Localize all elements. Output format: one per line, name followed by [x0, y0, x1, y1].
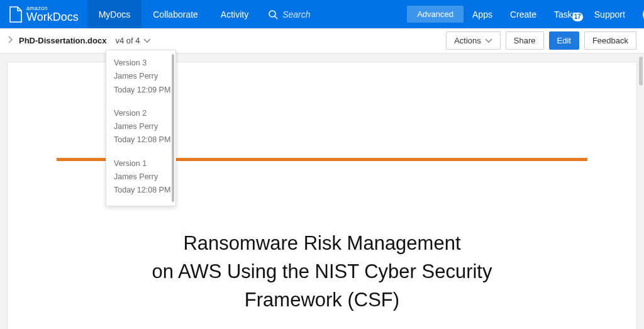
version-time: Today 12:08 PM	[114, 133, 175, 147]
workdocs-icon	[9, 6, 23, 23]
search-input[interactable]	[282, 9, 402, 20]
version-author: James Perry	[114, 170, 175, 184]
version-time: Today 12:09 PM	[114, 84, 175, 97]
document-page: Ransomware Risk Management on AWS Using …	[8, 62, 636, 329]
version-author: James Perry	[114, 70, 175, 83]
version-dropdown: Version 3James PerryToday 12:09 PMVersio…	[106, 50, 176, 206]
nav-mydocs[interactable]: MyDocs	[87, 0, 142, 28]
nav-create[interactable]: Create	[501, 9, 545, 20]
right-nav: Apps Create Tasks 17 Support	[464, 0, 644, 28]
dropdown-scrollbar[interactable]	[172, 54, 174, 202]
brand-big-text: WorkDocs	[26, 11, 79, 23]
document-title-line: on AWS Using the NIST Cyber Security	[64, 258, 580, 286]
svg-line-1	[275, 16, 277, 19]
nav-activity[interactable]: Activity	[209, 0, 260, 28]
nav-apps[interactable]: Apps	[464, 9, 501, 20]
version-name: Version 1	[114, 157, 175, 170]
tasks-badge: 17	[572, 13, 583, 21]
search-group: Advanced	[264, 6, 464, 23]
version-time: Today 12:08 PM	[114, 184, 175, 197]
nav-collaborate[interactable]: Collaborate	[142, 0, 209, 28]
brand-logo[interactable]: amazon WorkDocs	[0, 6, 87, 23]
feedback-button[interactable]: Feedback	[584, 31, 636, 50]
version-name: Version 2	[114, 107, 175, 120]
breadcrumb-filename[interactable]: PhD-Dissertation.docx	[19, 36, 106, 45]
document-title-line: Framework (CSF)	[64, 286, 580, 315]
nav-support[interactable]: Support	[586, 9, 634, 20]
top-nav-bar: amazon WorkDocs MyDocs Collaborate Activ…	[0, 0, 644, 28]
main-nav: MyDocs Collaborate Activity	[87, 0, 260, 28]
version-author: James Perry	[114, 120, 175, 133]
svg-point-0	[269, 11, 275, 17]
advanced-search-button[interactable]: Advanced	[407, 6, 464, 23]
edit-button[interactable]: Edit	[549, 31, 579, 50]
actions-button-label: Actions	[454, 36, 481, 45]
document-title-line: Ransomware Risk Management	[64, 230, 580, 258]
version-item[interactable]: Version 1James PerryToday 12:08 PM	[114, 157, 175, 198]
actions-button[interactable]: Actions	[446, 31, 501, 50]
version-item[interactable]: Version 2James PerryToday 12:08 PM	[114, 107, 175, 147]
nav-tasks[interactable]: Tasks 17	[545, 9, 586, 20]
search-icon[interactable]	[264, 9, 282, 20]
page-scrollbar[interactable]	[639, 57, 643, 86]
share-button[interactable]: Share	[506, 31, 544, 50]
version-item[interactable]: Version 3James PerryToday 12:09 PM	[114, 57, 175, 97]
version-name: Version 3	[114, 57, 175, 70]
sub-bar: PhD-Dissertation.docx v4 of 4 Actions Sh…	[0, 28, 644, 53]
chevron-down-icon	[143, 36, 151, 45]
version-toggle-label: v4 of 4	[115, 36, 140, 45]
version-toggle[interactable]: v4 of 4	[115, 36, 151, 45]
breadcrumb-caret-icon[interactable]	[8, 36, 13, 45]
document-title: Ransomware Risk Management on AWS Using …	[8, 230, 636, 315]
document-area: Ransomware Risk Management on AWS Using …	[0, 53, 644, 329]
chevron-down-icon	[485, 36, 492, 45]
